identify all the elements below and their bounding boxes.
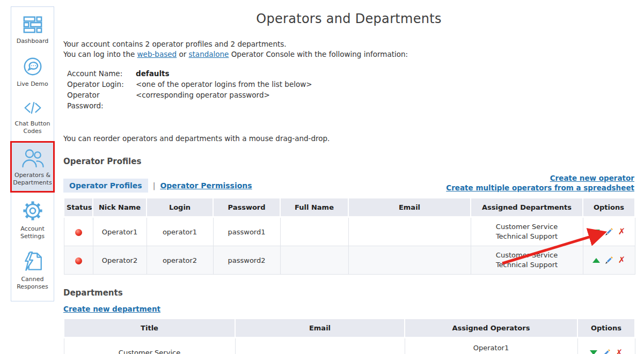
email-cell — [235, 338, 405, 354]
departments-header-row: Title Email Assigned Operators Options — [64, 319, 635, 338]
email-cell — [348, 246, 471, 275]
page-title: Operators and Departments — [63, 11, 634, 26]
create-new-department-link[interactable]: Create new department — [63, 305, 160, 313]
sidebar-item-label: Dashboard — [17, 38, 49, 45]
credentials-block: Account Name: defaults Operator Login: <… — [67, 68, 634, 111]
chat-button-codes-icon — [21, 98, 44, 117]
department-row[interactable]: Customer Service Operator1 Operator2 — [64, 338, 635, 354]
col-email: Email — [348, 198, 471, 217]
full-name-cell — [280, 246, 348, 275]
assigned-departments-cell: Customer Service Technical Support — [471, 246, 583, 275]
create-multiple-operators-link[interactable]: Create multiple operators from a spreads… — [446, 183, 634, 193]
col-options: Options — [577, 319, 635, 338]
operator-login-value: <one of the operator logins from the lis… — [136, 79, 312, 90]
full-name-cell — [280, 217, 348, 246]
title-cell: Customer Service — [64, 338, 235, 354]
nick-name-cell: Operator1 — [93, 217, 147, 246]
account-summary-line: Your account contains 2 operator profile… — [63, 39, 634, 49]
move-down-icon[interactable] — [592, 230, 600, 234]
account-name-label: Account Name: — [67, 68, 136, 79]
operators-departments-icon — [20, 148, 45, 169]
col-status: Status — [64, 198, 93, 217]
sidebar-item-label: Operators & Departments — [12, 172, 53, 187]
move-up-icon[interactable] — [592, 258, 600, 263]
col-nick-name: Nick Name — [93, 198, 147, 217]
operators-table: Status Nick Name Login Password Full Nam… — [63, 197, 635, 275]
tab-separator: | — [153, 181, 156, 190]
password-cell: password2 — [213, 246, 280, 275]
dashboard-icon — [22, 14, 43, 35]
col-assigned-operators: Assigned Operators — [405, 319, 577, 338]
status-indicator — [75, 229, 82, 236]
sidebar-item-canned-responses[interactable]: Canned Responses — [11, 245, 54, 296]
col-email: Email — [235, 319, 405, 338]
operator-profiles-heading: Operator Profiles — [63, 157, 634, 166]
edit-icon[interactable] — [602, 349, 611, 354]
col-options: Options — [583, 198, 635, 217]
assigned-departments-cell: Customer Service Technical Support — [471, 217, 583, 246]
intro-text: Your account contains 2 operator profile… — [63, 39, 634, 59]
assigned-operators-cell: Operator1 Operator2 — [405, 338, 577, 354]
sidebar: Dashboard Live Demo Chat Button Codes Op… — [11, 6, 54, 301]
move-down-icon[interactable] — [590, 350, 597, 354]
main-content: Operators and Departments Your account c… — [63, 0, 634, 354]
col-title: Title — [64, 319, 235, 338]
delete-icon[interactable]: ✗ — [616, 349, 623, 354]
sidebar-item-chat-button-codes[interactable]: Chat Button Codes — [11, 93, 54, 140]
login-cell: operator2 — [147, 246, 213, 275]
email-cell — [348, 217, 471, 246]
canned-responses-icon — [21, 250, 44, 273]
gear-icon — [21, 199, 45, 223]
delete-icon[interactable]: ✗ — [618, 227, 625, 236]
web-based-link[interactable]: web-based — [137, 50, 177, 58]
edit-icon[interactable] — [605, 256, 613, 264]
reorder-note: You can reorder operators and department… — [63, 134, 634, 143]
live-demo-icon — [21, 55, 44, 78]
create-new-operator-link[interactable]: Create new operator — [446, 173, 634, 183]
sidebar-item-dashboard[interactable]: Dashboard — [11, 9, 54, 50]
departments-heading: Departments — [63, 288, 634, 298]
login-cell: operator1 — [147, 217, 213, 246]
nick-name-cell: Operator2 — [93, 246, 147, 275]
sidebar-item-account-settings[interactable]: Account Settings — [11, 194, 54, 245]
sidebar-item-live-demo[interactable]: Live Demo — [11, 50, 54, 93]
col-full-name: Full Name — [280, 198, 348, 217]
col-login: Login — [147, 198, 213, 217]
operators-header-row: Status Nick Name Login Password Full Nam… — [64, 198, 635, 217]
account-name-value: defaults — [136, 68, 170, 79]
operator-row[interactable]: Operator1 operator1 password1 Customer S… — [64, 217, 635, 246]
password-cell: password1 — [213, 217, 280, 246]
login-info-line: You can log into the web-based or standa… — [63, 49, 634, 60]
sidebar-item-label: Live Demo — [17, 80, 48, 88]
delete-icon[interactable]: ✗ — [618, 256, 625, 264]
sidebar-item-label: Account Settings — [12, 225, 53, 240]
departments-table: Title Email Assigned Operators Options C… — [63, 318, 635, 354]
operator-password-value: <corresponding operator password> — [136, 90, 270, 111]
status-indicator — [75, 257, 82, 264]
sidebar-item-label: Canned Responses — [12, 276, 53, 291]
operator-password-label: Operator Password: — [67, 90, 136, 111]
sidebar-item-label: Chat Button Codes — [12, 120, 53, 135]
col-password: Password — [213, 198, 280, 217]
operator-row[interactable]: Operator2 operator2 password2 Customer S… — [64, 246, 635, 275]
sidebar-item-operators-departments[interactable]: Operators & Departments — [10, 141, 55, 193]
col-assigned-departments: Assigned Departments — [471, 198, 583, 217]
operator-login-label: Operator Login: — [67, 79, 136, 90]
standalone-link[interactable]: standalone — [189, 50, 229, 58]
tab-operator-profiles[interactable]: Operator Profiles — [63, 179, 148, 193]
operators-tabbar: Operator Profiles|Operator Permissions C… — [63, 173, 634, 193]
tab-operator-permissions[interactable]: Operator Permissions — [160, 181, 252, 190]
edit-icon[interactable] — [605, 227, 613, 236]
